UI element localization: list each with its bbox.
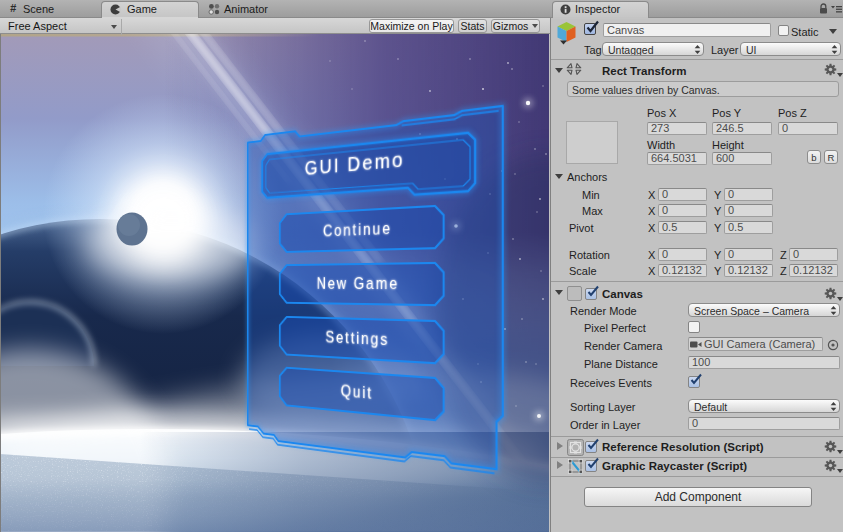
- svg-text:New Game: New Game: [317, 275, 400, 293]
- svg-text:Quit: Quit: [341, 382, 373, 403]
- svg-text:Continue: Continue: [323, 220, 392, 241]
- svg-text:Settings: Settings: [326, 329, 390, 350]
